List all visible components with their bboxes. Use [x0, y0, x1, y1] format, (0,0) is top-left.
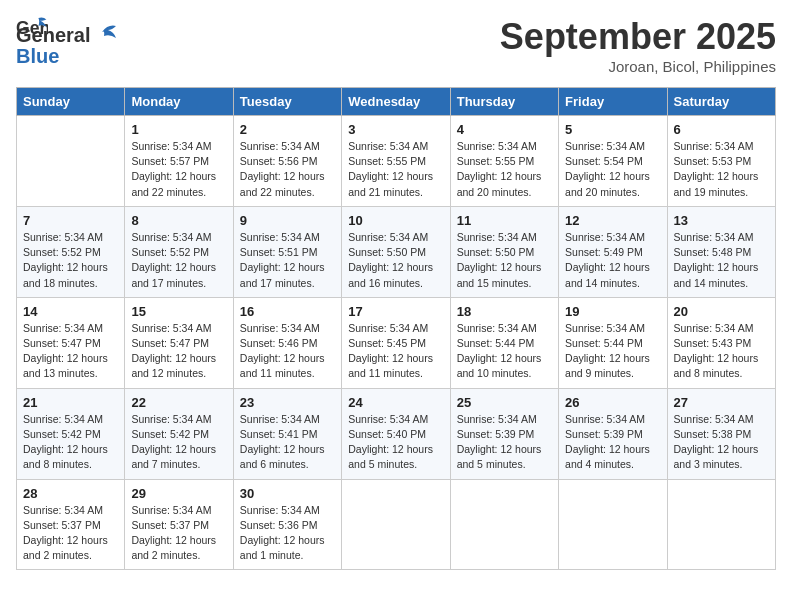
day-number: 20: [674, 304, 769, 319]
calendar-cell: 12Sunrise: 5:34 AMSunset: 5:49 PMDayligh…: [559, 206, 667, 297]
day-number: 28: [23, 486, 118, 501]
calendar-cell: 30Sunrise: 5:34 AMSunset: 5:36 PMDayligh…: [233, 479, 341, 570]
calendar-cell: 27Sunrise: 5:34 AMSunset: 5:38 PMDayligh…: [667, 388, 775, 479]
day-header-friday: Friday: [559, 88, 667, 116]
day-number: 24: [348, 395, 443, 410]
calendar-cell: 24Sunrise: 5:34 AMSunset: 5:40 PMDayligh…: [342, 388, 450, 479]
day-number: 6: [674, 122, 769, 137]
day-info: Sunrise: 5:34 AMSunset: 5:45 PMDaylight:…: [348, 321, 443, 382]
calendar-cell: 7Sunrise: 5:34 AMSunset: 5:52 PMDaylight…: [17, 206, 125, 297]
day-number: 8: [131, 213, 226, 228]
calendar-cell: [559, 479, 667, 570]
day-number: 14: [23, 304, 118, 319]
calendar-cell: 9Sunrise: 5:34 AMSunset: 5:51 PMDaylight…: [233, 206, 341, 297]
day-number: 5: [565, 122, 660, 137]
week-row-5: 28Sunrise: 5:34 AMSunset: 5:37 PMDayligh…: [17, 479, 776, 570]
day-number: 27: [674, 395, 769, 410]
calendar-cell: 13Sunrise: 5:34 AMSunset: 5:48 PMDayligh…: [667, 206, 775, 297]
day-info: Sunrise: 5:34 AMSunset: 5:50 PMDaylight:…: [348, 230, 443, 291]
day-number: 10: [348, 213, 443, 228]
day-info: Sunrise: 5:34 AMSunset: 5:51 PMDaylight:…: [240, 230, 335, 291]
calendar-cell: 14Sunrise: 5:34 AMSunset: 5:47 PMDayligh…: [17, 297, 125, 388]
calendar-cell: 6Sunrise: 5:34 AMSunset: 5:53 PMDaylight…: [667, 116, 775, 207]
day-info: Sunrise: 5:34 AMSunset: 5:39 PMDaylight:…: [457, 412, 552, 473]
calendar-cell: 8Sunrise: 5:34 AMSunset: 5:52 PMDaylight…: [125, 206, 233, 297]
day-header-sunday: Sunday: [17, 88, 125, 116]
title-section: September 2025 Joroan, Bicol, Philippine…: [500, 16, 776, 75]
calendar-cell: 2Sunrise: 5:34 AMSunset: 5:56 PMDaylight…: [233, 116, 341, 207]
calendar-cell: 11Sunrise: 5:34 AMSunset: 5:50 PMDayligh…: [450, 206, 558, 297]
calendar-cell: 1Sunrise: 5:34 AMSunset: 5:57 PMDaylight…: [125, 116, 233, 207]
day-number: 16: [240, 304, 335, 319]
calendar-cell: [17, 116, 125, 207]
day-number: 18: [457, 304, 552, 319]
day-info: Sunrise: 5:34 AMSunset: 5:47 PMDaylight:…: [23, 321, 118, 382]
calendar-cell: [342, 479, 450, 570]
day-number: 22: [131, 395, 226, 410]
calendar-table: SundayMondayTuesdayWednesdayThursdayFrid…: [16, 87, 776, 570]
calendar-cell: 22Sunrise: 5:34 AMSunset: 5:42 PMDayligh…: [125, 388, 233, 479]
calendar-cell: 21Sunrise: 5:34 AMSunset: 5:42 PMDayligh…: [17, 388, 125, 479]
day-info: Sunrise: 5:34 AMSunset: 5:54 PMDaylight:…: [565, 139, 660, 200]
calendar-cell: [667, 479, 775, 570]
calendar-cell: 29Sunrise: 5:34 AMSunset: 5:37 PMDayligh…: [125, 479, 233, 570]
day-number: 19: [565, 304, 660, 319]
calendar-cell: 25Sunrise: 5:34 AMSunset: 5:39 PMDayligh…: [450, 388, 558, 479]
day-info: Sunrise: 5:34 AMSunset: 5:57 PMDaylight:…: [131, 139, 226, 200]
calendar-cell: 23Sunrise: 5:34 AMSunset: 5:41 PMDayligh…: [233, 388, 341, 479]
logo-general: General: [16, 24, 90, 47]
month-title: September 2025: [500, 16, 776, 58]
day-number: 15: [131, 304, 226, 319]
day-info: Sunrise: 5:34 AMSunset: 5:52 PMDaylight:…: [23, 230, 118, 291]
week-row-1: 1Sunrise: 5:34 AMSunset: 5:57 PMDaylight…: [17, 116, 776, 207]
page-header: General General Blue September 2025 Joro…: [16, 16, 776, 75]
calendar-cell: 17Sunrise: 5:34 AMSunset: 5:45 PMDayligh…: [342, 297, 450, 388]
calendar-cell: 28Sunrise: 5:34 AMSunset: 5:37 PMDayligh…: [17, 479, 125, 570]
logo-bird-icon2: [92, 22, 118, 42]
day-header-tuesday: Tuesday: [233, 88, 341, 116]
day-info: Sunrise: 5:34 AMSunset: 5:52 PMDaylight:…: [131, 230, 226, 291]
day-number: 23: [240, 395, 335, 410]
day-info: Sunrise: 5:34 AMSunset: 5:56 PMDaylight:…: [240, 139, 335, 200]
calendar-cell: 19Sunrise: 5:34 AMSunset: 5:44 PMDayligh…: [559, 297, 667, 388]
day-header-saturday: Saturday: [667, 88, 775, 116]
day-number: 7: [23, 213, 118, 228]
week-row-2: 7Sunrise: 5:34 AMSunset: 5:52 PMDaylight…: [17, 206, 776, 297]
day-number: 12: [565, 213, 660, 228]
days-header-row: SundayMondayTuesdayWednesdayThursdayFrid…: [17, 88, 776, 116]
day-number: 9: [240, 213, 335, 228]
day-number: 13: [674, 213, 769, 228]
week-row-3: 14Sunrise: 5:34 AMSunset: 5:47 PMDayligh…: [17, 297, 776, 388]
day-header-wednesday: Wednesday: [342, 88, 450, 116]
calendar-cell: 18Sunrise: 5:34 AMSunset: 5:44 PMDayligh…: [450, 297, 558, 388]
day-header-monday: Monday: [125, 88, 233, 116]
calendar-cell: 15Sunrise: 5:34 AMSunset: 5:47 PMDayligh…: [125, 297, 233, 388]
day-info: Sunrise: 5:34 AMSunset: 5:55 PMDaylight:…: [348, 139, 443, 200]
day-info: Sunrise: 5:34 AMSunset: 5:37 PMDaylight:…: [131, 503, 226, 564]
day-number: 30: [240, 486, 335, 501]
day-info: Sunrise: 5:34 AMSunset: 5:38 PMDaylight:…: [674, 412, 769, 473]
day-info: Sunrise: 5:34 AMSunset: 5:37 PMDaylight:…: [23, 503, 118, 564]
day-info: Sunrise: 5:34 AMSunset: 5:53 PMDaylight:…: [674, 139, 769, 200]
day-info: Sunrise: 5:34 AMSunset: 5:46 PMDaylight:…: [240, 321, 335, 382]
day-number: 11: [457, 213, 552, 228]
day-info: Sunrise: 5:34 AMSunset: 5:44 PMDaylight:…: [457, 321, 552, 382]
calendar-cell: 20Sunrise: 5:34 AMSunset: 5:43 PMDayligh…: [667, 297, 775, 388]
day-info: Sunrise: 5:34 AMSunset: 5:49 PMDaylight:…: [565, 230, 660, 291]
day-number: 1: [131, 122, 226, 137]
week-row-4: 21Sunrise: 5:34 AMSunset: 5:42 PMDayligh…: [17, 388, 776, 479]
calendar-cell: 3Sunrise: 5:34 AMSunset: 5:55 PMDaylight…: [342, 116, 450, 207]
day-info: Sunrise: 5:34 AMSunset: 5:48 PMDaylight:…: [674, 230, 769, 291]
day-number: 21: [23, 395, 118, 410]
calendar-cell: [450, 479, 558, 570]
day-info: Sunrise: 5:34 AMSunset: 5:41 PMDaylight:…: [240, 412, 335, 473]
logo: General General Blue: [16, 16, 118, 68]
day-info: Sunrise: 5:34 AMSunset: 5:42 PMDaylight:…: [23, 412, 118, 473]
calendar-cell: 5Sunrise: 5:34 AMSunset: 5:54 PMDaylight…: [559, 116, 667, 207]
day-info: Sunrise: 5:34 AMSunset: 5:42 PMDaylight:…: [131, 412, 226, 473]
day-number: 25: [457, 395, 552, 410]
day-number: 2: [240, 122, 335, 137]
calendar-cell: 26Sunrise: 5:34 AMSunset: 5:39 PMDayligh…: [559, 388, 667, 479]
day-number: 17: [348, 304, 443, 319]
day-number: 4: [457, 122, 552, 137]
